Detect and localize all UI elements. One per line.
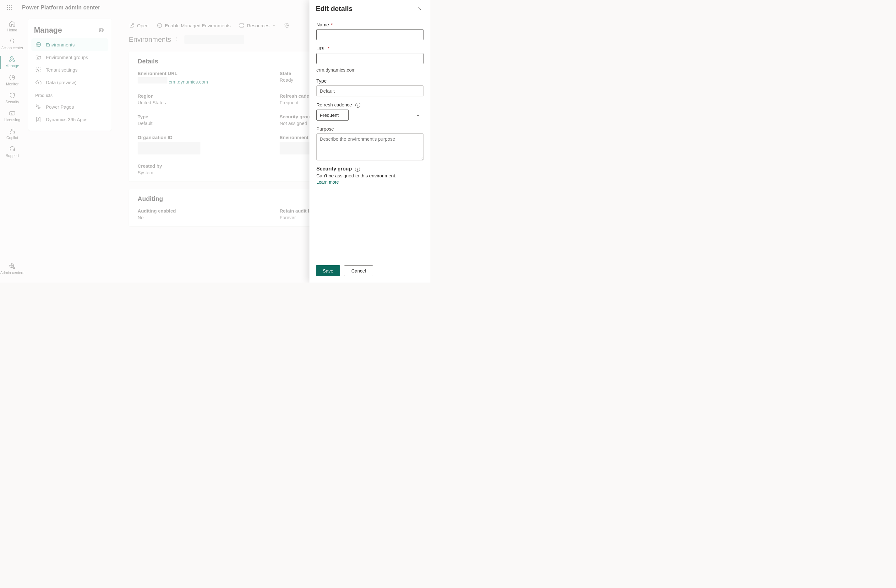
save-button[interactable]: Save <box>316 265 340 276</box>
svg-rect-11 <box>10 111 15 115</box>
toolbar-settings[interactable] <box>284 23 290 28</box>
name-input[interactable] <box>316 29 424 40</box>
env-url-prefix-redacted <box>138 77 168 84</box>
svg-point-6 <box>7 9 8 10</box>
rail-item-home[interactable]: Home <box>0 18 24 35</box>
form-field-security-group: Security group i Can't be assigned to th… <box>316 166 424 185</box>
flyout-title: Edit details <box>316 5 352 13</box>
url-label: URL * <box>316 46 424 51</box>
breadcrumb-root[interactable]: Environments <box>129 35 171 44</box>
field-created-by: Created by System <box>138 163 267 175</box>
chevron-right-icon: 〉 <box>175 37 180 43</box>
field-environment-url: Environment URL crm.dynamics.com <box>138 71 267 84</box>
info-icon[interactable]: i <box>355 103 360 108</box>
form-field-url: URL * crm.dynamics.com <box>316 46 424 73</box>
enable-icon <box>157 23 162 28</box>
field-auditing-enabled: Auditing enabled No <box>138 208 267 220</box>
open-icon <box>129 23 134 28</box>
purpose-textarea[interactable] <box>316 134 424 160</box>
field-organization-id: Organization ID <box>138 135 267 155</box>
svg-point-9 <box>13 60 15 62</box>
rail-item-manage[interactable]: Manage <box>0 54 24 71</box>
toolbar-enable-managed[interactable]: Enable Managed Environments <box>157 23 231 28</box>
purpose-label: Purpose <box>316 126 424 132</box>
manage-item-environment-groups[interactable]: Environment groups <box>31 51 108 64</box>
shield-icon <box>9 92 16 99</box>
refresh-label: Refresh cadence i <box>316 102 424 108</box>
form-field-name: Name * <box>316 22 424 40</box>
chevron-down-icon <box>272 24 276 27</box>
bulb-icon <box>9 38 16 45</box>
globe-icon <box>35 41 41 48</box>
svg-point-13 <box>13 267 15 269</box>
auditing-card-title: Auditing <box>138 195 163 202</box>
svg-point-5 <box>11 7 12 8</box>
svg-rect-19 <box>240 26 244 27</box>
close-button[interactable] <box>415 5 424 13</box>
sg-text: Can't be assigned to this environment. <box>316 173 424 178</box>
refresh-cadence-select[interactable]: Frequent <box>316 109 349 120</box>
form-field-type: Type <box>316 78 424 96</box>
app-launcher-button[interactable] <box>3 1 16 14</box>
gear-icon <box>35 67 41 73</box>
url-suffix: crm.dynamics.com <box>316 67 424 73</box>
sg-heading: Security group i <box>316 166 424 172</box>
gear-icon <box>284 23 290 28</box>
svg-point-3 <box>7 7 8 8</box>
type-label: Type <box>316 78 424 84</box>
manage-item-data-preview[interactable]: Data (preview) <box>31 76 108 88</box>
breadcrumb-current-redacted <box>184 35 244 44</box>
collapse-icon <box>99 27 104 33</box>
manage-item-environments[interactable]: Environments <box>31 38 108 51</box>
rail-item-monitor[interactable]: Monitor <box>0 72 24 89</box>
folder-group-icon <box>35 54 41 60</box>
svg-point-16 <box>38 69 39 71</box>
left-rail-nav: Home Action center Manage Monitor Securi… <box>0 15 24 283</box>
cancel-button[interactable]: Cancel <box>344 265 373 276</box>
type-input <box>316 85 424 96</box>
svg-point-4 <box>9 7 10 8</box>
resources-icon <box>239 23 244 28</box>
svg-point-1 <box>9 5 10 6</box>
globe-gear-icon <box>9 263 16 270</box>
field-type: Type Default <box>138 114 267 126</box>
org-id-redacted <box>138 142 200 155</box>
rail-item-support[interactable]: Support <box>0 144 24 160</box>
chart-icon <box>9 74 16 81</box>
upload-cloud-icon <box>35 79 41 85</box>
rail-item-action-center[interactable]: Action center <box>0 36 24 53</box>
manage-title: Manage <box>34 26 62 35</box>
rail-item-admin-centers[interactable]: Admin centers <box>0 261 24 278</box>
pages-icon <box>35 103 41 110</box>
svg-point-20 <box>286 25 288 26</box>
manage-panel: Manage Environments Environment groups T… <box>28 19 111 131</box>
svg-rect-18 <box>240 24 244 25</box>
app-title: Power Platform admin center <box>22 5 100 11</box>
card-icon <box>9 110 16 117</box>
copilot-icon <box>9 128 16 135</box>
details-card-title: Details <box>138 58 158 65</box>
info-icon[interactable]: i <box>355 167 360 172</box>
form-field-purpose: Purpose <box>316 126 424 160</box>
form-field-refresh-cadence: Refresh cadence i Frequent <box>316 102 424 120</box>
manage-item-dynamics-apps[interactable]: Dynamics 365 Apps <box>31 113 108 126</box>
rail-item-copilot[interactable]: Copilot <box>0 126 24 143</box>
svg-point-2 <box>11 5 12 6</box>
rail-item-security[interactable]: Security <box>0 90 24 107</box>
svg-point-8 <box>11 9 12 10</box>
manage-products-heading: Products <box>31 88 108 100</box>
collapse-panel-button[interactable] <box>97 26 106 35</box>
edit-details-panel: Edit details Name * URL * crm.dynamics.c… <box>309 0 430 283</box>
close-icon <box>417 6 422 11</box>
toolbar-open[interactable]: Open <box>129 23 149 28</box>
manage-item-power-pages[interactable]: Power Pages <box>31 100 108 113</box>
home-icon <box>9 20 16 27</box>
name-label: Name * <box>316 22 424 27</box>
dynamics-icon <box>35 116 41 122</box>
url-input[interactable] <box>316 53 424 64</box>
waffle-icon <box>7 5 12 10</box>
sg-learn-more-link[interactable]: Learn more <box>316 179 424 185</box>
manage-item-tenant-settings[interactable]: Tenant settings <box>31 64 108 76</box>
toolbar-resources[interactable]: Resources <box>239 23 276 28</box>
rail-item-licensing[interactable]: Licensing <box>0 108 24 125</box>
